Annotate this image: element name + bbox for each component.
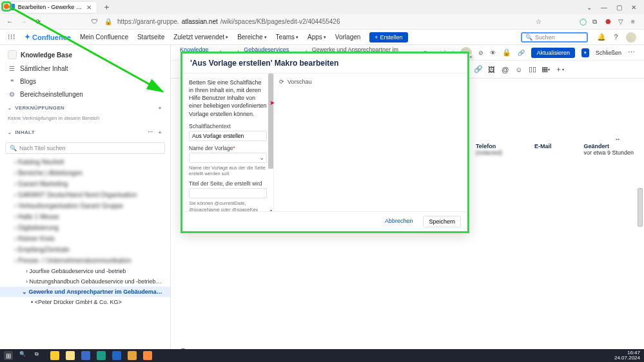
- notifications-icon[interactable]: 🔔: [597, 33, 606, 41]
- link-icon[interactable]: 🔗: [518, 50, 525, 56]
- add-page-button[interactable]: ＋: [157, 129, 162, 136]
- reload-button[interactable]: ⟳: [34, 18, 43, 25]
- tree-item[interactable]: › GARANT Deutschland Nord-Organisation: [0, 189, 170, 200]
- shield-icon[interactable]: 🛡: [92, 18, 99, 26]
- update-menu-button[interactable]: ▾: [581, 48, 589, 57]
- tree-item[interactable]: › Katalog Neuheit: [0, 157, 170, 167]
- link-button[interactable]: 🔗: [473, 64, 483, 75]
- modal-title: 'Aus Vorlage erstellen' Makro bearbeiten: [182, 53, 467, 73]
- tree-item[interactable]: • <Peter Drücker GmbH & Co. KG>: [0, 297, 170, 307]
- tree-item[interactable]: › Kleiner Kreis: [0, 233, 170, 244]
- more-icon[interactable]: ⋯: [148, 129, 153, 136]
- search-taskbar-icon[interactable]: 🔍: [19, 351, 28, 360]
- nav-spaces[interactable]: Bereiche▾: [237, 33, 266, 41]
- space-header[interactable]: Knowledge Base: [0, 45, 170, 62]
- cancel-button[interactable]: Abbrechen: [380, 216, 418, 227]
- more-actions-button[interactable]: ⋯: [628, 48, 635, 57]
- add-link-button[interactable]: ＋: [157, 104, 162, 111]
- tree-item[interactable]: › Jourfixe Gebäudeservice und -betrieb: [0, 266, 170, 276]
- scroll-down-icon[interactable]: ▾: [268, 207, 273, 211]
- tree-item[interactable]: › Empfang/Zentrale: [0, 244, 170, 255]
- taskbar-app-icon[interactable]: [128, 351, 137, 360]
- nav-home[interactable]: Mein Confluence: [80, 33, 128, 41]
- tree-item[interactable]: › Digitalisierung: [0, 222, 170, 233]
- firefox-account-icon[interactable]: ⌄: [587, 4, 592, 11]
- sidebar-blogs[interactable]: ❝Blogs: [0, 75, 170, 88]
- insert-menu-button[interactable]: ＋▾: [554, 64, 565, 75]
- taskbar-explorer-icon[interactable]: [66, 351, 75, 360]
- tree-item[interactable]: › Halle 1 Messe: [0, 211, 170, 222]
- sidebar-all-content[interactable]: ☰Sämtlicher Inhalt: [0, 62, 170, 75]
- taskbar-app-icon[interactable]: [112, 351, 121, 360]
- nav-teams[interactable]: Teams▾: [276, 33, 298, 41]
- tree-item[interactable]: › Nutzungshandbuch Gebäudeservice und -b…: [0, 276, 170, 287]
- button-text-input[interactable]: [189, 131, 267, 141]
- sidebar-search-input[interactable]: 🔍Nach Titel suchen: [5, 142, 165, 154]
- url-input[interactable]: https://garant-gruppe.atlassian.net/wiki…: [117, 18, 531, 25]
- image-button[interactable]: 🖼: [487, 64, 497, 75]
- taskbar-app-icon[interactable]: [81, 351, 90, 360]
- extension-icon[interactable]: ◯: [580, 18, 587, 26]
- close-editor-button[interactable]: Schließen: [596, 50, 621, 56]
- browser-tab[interactable]: Bearbeiten - Gewerke und An… ✕: [4, 1, 97, 14]
- layouts-button[interactable]: ▯▯: [527, 64, 538, 75]
- save-button[interactable]: Speichern: [423, 216, 461, 227]
- update-button[interactable]: Aktualisieren: [531, 48, 575, 58]
- close-icon[interactable]: ✕: [86, 4, 92, 11]
- nav-startseite[interactable]: Startseite: [137, 33, 164, 41]
- new-tab-button[interactable]: ＋: [100, 1, 113, 13]
- template-name-select[interactable]: [189, 153, 267, 163]
- browser-menu-button[interactable]: ≡: [631, 18, 639, 26]
- window-close-button[interactable]: ✕: [631, 4, 636, 11]
- help-icon[interactable]: ？: [612, 32, 620, 42]
- cursor-pointer-icon: ➤: [269, 99, 275, 106]
- tree-item[interactable]: › Garant Marketing: [0, 178, 170, 189]
- table-button[interactable]: ▦▾: [541, 64, 551, 75]
- preview-icon[interactable]: 👁: [490, 50, 496, 56]
- page-title-input[interactable]: [189, 188, 267, 198]
- nav-templates[interactable]: Vorlagen: [335, 33, 360, 41]
- nav-apps[interactable]: Apps▾: [307, 33, 326, 41]
- extension-ublock-icon[interactable]: ⬣: [605, 18, 613, 26]
- tree-item[interactable]: › Presse- / Unternehmenskommunikation: [0, 255, 170, 266]
- sidebar-section-links[interactable]: ⌄VERKNÜPFUNGEN ＋: [0, 100, 170, 115]
- task-view-icon[interactable]: ⧉: [35, 351, 44, 360]
- sidebar-section-content[interactable]: ⌄INHALT ⋯＋: [0, 125, 170, 140]
- mention-button[interactable]: @: [500, 64, 511, 75]
- table-header: E-Mail: [534, 143, 552, 149]
- nav-forward-button[interactable]: →: [19, 18, 28, 25]
- sidebar-space-settings[interactable]: ⚙Bereichseinstellungen: [0, 88, 170, 100]
- vertical-scrollbar[interactable]: [638, 188, 643, 227]
- create-button[interactable]: +Erstellen: [369, 32, 407, 43]
- expand-handle-icon[interactable]: ↔: [614, 135, 621, 142]
- lock-icon[interactable]: 🔒: [104, 18, 112, 26]
- tree-item[interactable]: › Verkaufsorganisation Garant Gruppe: [0, 200, 170, 211]
- global-search-input[interactable]: 🔍 Suchen: [521, 32, 588, 43]
- user-avatar[interactable]: [626, 32, 636, 43]
- modal-scrollbar[interactable]: ▴ ▾: [268, 73, 273, 211]
- table-header: Geändert: [583, 143, 634, 149]
- scrollbar-thumb[interactable]: [268, 73, 273, 169]
- start-button[interactable]: ⊞: [4, 351, 13, 360]
- restrictions-lock-icon[interactable]: 🔒: [502, 48, 511, 57]
- taskbar-edge-icon[interactable]: [97, 351, 106, 360]
- window-minimize-button[interactable]: —: [601, 4, 607, 11]
- emoji-button[interactable]: ☺: [514, 64, 524, 75]
- template-name-help: Name der Vorlage aus der die Seite erste…: [189, 165, 267, 177]
- confluence-logo[interactable]: ✦ Confluence: [24, 33, 71, 41]
- nav-recent[interactable]: Zuletzt verwendet▾: [173, 33, 228, 41]
- tree-item[interactable]: › Bereiche | Abteilungen: [0, 167, 170, 178]
- automation-icon[interactable]: ⊘: [478, 50, 483, 56]
- nav-back-button[interactable]: ←: [5, 18, 14, 25]
- extension-pocket-icon[interactable]: ▽: [618, 18, 626, 26]
- taskbar-firefox-icon[interactable]: [143, 351, 152, 360]
- window-maximize-button[interactable]: ▢: [616, 4, 622, 11]
- tree-item[interactable]: ⌄ Gewerke und Ansprechpartner im Gebäude…: [0, 287, 170, 297]
- refresh-icon[interactable]: ⟳: [279, 79, 284, 85]
- extension-icon[interactable]: ⧉: [592, 18, 600, 26]
- bookmark-star-icon[interactable]: ☆: [536, 18, 543, 26]
- taskbar-app-icon[interactable]: [50, 351, 59, 360]
- system-clock[interactable]: 16:47 24.07.2024: [614, 350, 640, 361]
- app-switcher-icon[interactable]: ⁝⁝⁝: [8, 33, 15, 41]
- page-title-label: Titel der Seite, die erstellt wird: [189, 180, 267, 187]
